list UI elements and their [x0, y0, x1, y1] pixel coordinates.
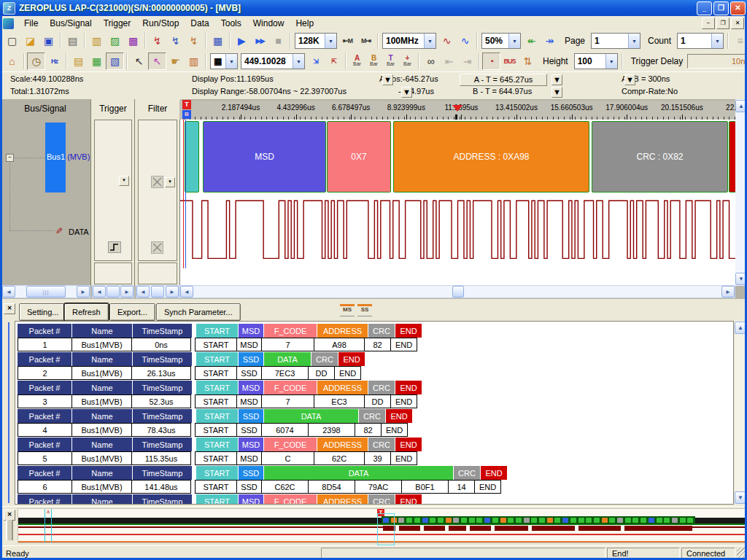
scroll-left-button[interactable]: ◄: [180, 286, 193, 298]
zoom-select-arrow[interactable]: ▼: [508, 34, 520, 48]
clock-icon[interactable]: ◷: [27, 52, 45, 70]
a-bar-icon[interactable]: ABar: [349, 53, 365, 69]
zoom-prev-icon[interactable]: ↞: [522, 32, 541, 50]
count-select-arrow[interactable]: ▼: [711, 34, 723, 48]
scroll-right-button[interactable]: ►: [77, 286, 90, 298]
display-pos-marker[interactable]: [452, 105, 462, 112]
filter-x-icon[interactable]: [151, 176, 163, 188]
scroll-left-button[interactable]: ◄: [2, 286, 15, 298]
menu-window[interactable]: Window: [247, 17, 290, 30]
memory-depth-select-arrow[interactable]: ▼: [325, 34, 336, 48]
stop-icon[interactable]: ■: [269, 32, 287, 50]
menu-file[interactable]: File: [18, 17, 44, 30]
b-t-dropdown[interactable]: ▼: [551, 87, 562, 98]
packet-row[interactable]: Packet #NameTimeStampSTARTMSDF_CODEADDRE…: [18, 438, 508, 465]
scale-input[interactable]: 449.10028▼: [241, 53, 305, 69]
decode-segment[interactable]: MSD: [203, 121, 326, 192]
filter-x-icon2[interactable]: [151, 241, 163, 254]
print-icon[interactable]: ▤: [63, 32, 82, 50]
ms-display-icon[interactable]: MS: [340, 304, 355, 316]
scroll-thumb[interactable]: [151, 286, 164, 298]
filter-cell[interactable]: ▼: [138, 120, 177, 261]
filter-dropdown[interactable]: ▼: [165, 177, 175, 187]
mdi-restore-button[interactable]: ❐: [716, 18, 729, 29]
close-button[interactable]: ✕: [730, 1, 746, 15]
a-t-dropdown[interactable]: ▼: [551, 74, 562, 85]
scroll-left-button[interactable]: ◄: [93, 286, 106, 298]
minimize-button[interactable]: _: [697, 1, 712, 15]
transition-icon[interactable]: ⇅: [519, 52, 537, 70]
b-pos-dropdown[interactable]: ▼: [401, 87, 412, 98]
packet-row[interactable]: Packet #NameTimeStampSTARTSSDDATACRCEND2…: [18, 352, 508, 380]
export-button[interactable]: Export...: [109, 303, 155, 321]
menu-bus-signal[interactable]: Bus/Signal: [44, 17, 97, 30]
menu-data[interactable]: Data: [185, 17, 214, 30]
menu-help[interactable]: Help: [290, 17, 320, 30]
signal-setup-icon[interactable]: ▨: [106, 32, 124, 50]
setting-button[interactable]: Setting...: [19, 303, 66, 321]
data-signal-label[interactable]: DATA: [69, 228, 89, 236]
wave-mode-select[interactable]: ▦▼: [210, 53, 238, 69]
bus1-label[interactable]: Bus1 (MVB): [47, 152, 90, 161]
bus-setup-icon[interactable]: ▩: [124, 32, 142, 50]
trigger-t-marker[interactable]: T: [182, 100, 191, 109]
waveform-window-icon[interactable]: ▤: [69, 52, 88, 70]
scroll-right-button[interactable]: ►: [166, 286, 179, 298]
analyzer-window-icon[interactable]: ▦: [209, 32, 227, 50]
trigger-page-icon[interactable]: ◔: [482, 52, 500, 70]
decode-segment-sliver[interactable]: [185, 121, 199, 192]
goto-trigger-icon[interactable]: ⇱: [325, 52, 343, 70]
zoom-fit-icon[interactable]: ⇲: [306, 52, 325, 70]
mdi-close-button[interactable]: ✕: [731, 18, 744, 29]
frequency-icon[interactable]: Hz: [45, 52, 63, 70]
a-b-dropdown[interactable]: ▼: [624, 74, 635, 85]
sample-rate-select[interactable]: 100MHz▼: [382, 33, 436, 49]
decode-segment[interactable]: CRC : 0X82: [592, 121, 728, 192]
next-m-page-icon[interactable]: M⇥: [357, 32, 375, 50]
home-icon[interactable]: ⌂: [3, 52, 21, 70]
bus-column-scrollbar[interactable]: ◄ ||| ►: [1, 285, 90, 298]
trigger-mark-i-icon[interactable]: ↯: [185, 32, 203, 50]
run-icon[interactable]: ▶: [233, 32, 251, 50]
height-select-arrow[interactable]: ▼: [605, 54, 617, 69]
navigator-grip[interactable]: [6, 520, 13, 540]
packet-row[interactable]: Packet #NameTimeStampSTARTMSDF_CODEADDRE…: [18, 381, 508, 408]
save-icon[interactable]: ▣: [39, 32, 58, 50]
scroll-left-button[interactable]: ◄: [136, 286, 150, 298]
menu-run-stop[interactable]: Run/Stop: [136, 17, 185, 30]
maximize-button[interactable]: ❐: [713, 1, 729, 15]
panel-close-button[interactable]: ✕: [4, 303, 15, 314]
pointer-icon[interactable]: ↖: [130, 52, 148, 70]
navigator-window-icon[interactable]: ▧: [106, 52, 124, 70]
packet-row[interactable]: Packet #NameTimeStampSTARTMSDF_CODEADDRE…: [18, 494, 508, 505]
mdi-minimize-button[interactable]: −: [702, 18, 715, 29]
waveform-area[interactable]: MSD0X7ADDRESS : 0XA98CRC : 0X82: [179, 120, 735, 286]
prev-m-page-icon[interactable]: ⇤M: [338, 32, 357, 50]
ss-display-icon[interactable]: SS: [357, 304, 372, 316]
refresh-button[interactable]: Refresh: [64, 303, 109, 321]
decode-segment[interactable]: 0X7: [327, 121, 391, 192]
synch-parameter-button[interactable]: Synch Parameter...: [156, 303, 241, 321]
sample-rate-select-arrow[interactable]: ▼: [424, 34, 436, 48]
trigger-mark-b-icon[interactable]: ↯: [148, 32, 166, 50]
listing-window-icon[interactable]: ▦: [88, 52, 106, 70]
scroll-thumb[interactable]: |||: [26, 286, 66, 298]
scroll-right-button[interactable]: ►: [721, 286, 735, 298]
trigger-column-scrollbar[interactable]: ◄ ►: [92, 285, 134, 298]
b-bar-icon[interactable]: BBar: [365, 53, 382, 69]
trigger-dropdown[interactable]: ▼: [119, 176, 129, 186]
filter-column-scrollbar[interactable]: ◄ ►: [136, 285, 179, 298]
decode-segment[interactable]: ADDRESS : 0XA98: [393, 121, 589, 192]
scroll-thumb[interactable]: [107, 286, 120, 298]
zoom-next-icon[interactable]: ↠: [541, 32, 559, 50]
height-select[interactable]: 100▼: [574, 53, 618, 69]
nav-a-bar-marker[interactable]: a: [44, 509, 52, 542]
page-select[interactable]: 1▼: [591, 33, 640, 49]
scale-input-arrow[interactable]: ▼: [293, 54, 304, 69]
sampling-setup-icon[interactable]: ▥: [88, 32, 106, 50]
scroll-thumb[interactable]: [452, 286, 464, 298]
packet-row[interactable]: Packet #NameTimeStampSTARTMSDF_CODEADDRE…: [18, 324, 508, 351]
page-select-arrow[interactable]: ▼: [628, 34, 640, 48]
t-bar-icon[interactable]: TBar: [382, 53, 399, 69]
menu-trigger[interactable]: Trigger: [98, 17, 137, 30]
